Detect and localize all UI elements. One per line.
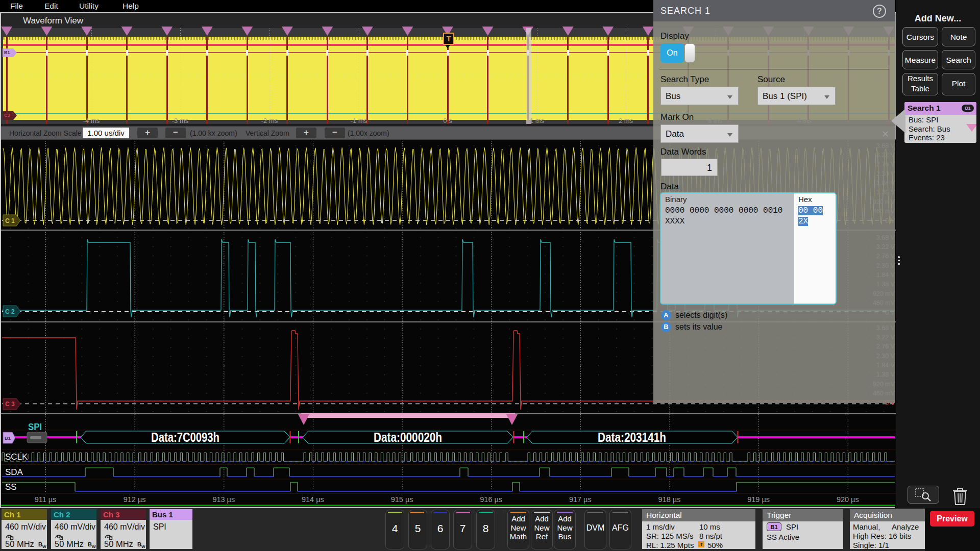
svg-text:Data:7C0093h: Data:7C0093h	[151, 430, 219, 444]
svg-text:914 µs: 914 µs	[302, 495, 324, 504]
svg-text:SCLK: SCLK	[5, 452, 28, 462]
svg-text:Data:000020h: Data:000020h	[374, 430, 442, 444]
svg-text:SPI: SPI	[28, 422, 42, 432]
svg-text:913 µs: 913 µs	[212, 495, 235, 504]
svg-text:C 1: C 1	[5, 217, 15, 224]
svg-text:919 µs: 919 µs	[747, 495, 770, 504]
svg-text:920 µs: 920 µs	[837, 495, 859, 504]
svg-text:C 3: C 3	[5, 400, 15, 408]
svg-text:SDA: SDA	[5, 467, 23, 477]
svg-text:C 2: C 2	[5, 308, 15, 315]
svg-text:B1: B1	[5, 435, 11, 441]
svg-text:911 µs: 911 µs	[35, 495, 57, 504]
svg-text:SS: SS	[5, 482, 17, 492]
svg-text:917 µs: 917 µs	[569, 495, 592, 504]
svg-text:915 µs: 915 µs	[391, 495, 413, 504]
svg-text:916 µs: 916 µs	[480, 495, 502, 504]
svg-text:Data:203141h: Data:203141h	[598, 430, 666, 444]
svg-text:912 µs: 912 µs	[124, 495, 146, 504]
svg-text:918 µs: 918 µs	[658, 495, 681, 504]
